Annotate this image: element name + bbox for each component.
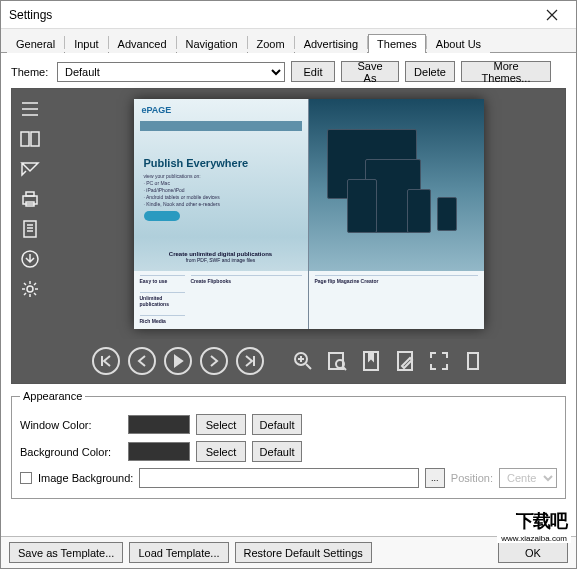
window-color-swatch[interactable]	[128, 415, 190, 434]
menu-icon[interactable]	[18, 99, 42, 119]
print-icon[interactable]	[18, 189, 42, 209]
save-as-button[interactable]: Save As	[341, 61, 399, 82]
search-icon[interactable]	[324, 347, 350, 375]
singlepage-icon[interactable]	[460, 347, 486, 375]
edit-icon[interactable]	[392, 347, 418, 375]
preview-lower: Easy to use Unlimited publications Rich …	[134, 271, 308, 329]
close-button[interactable]	[532, 3, 572, 27]
preview-headline: Publish Everywhere	[144, 157, 249, 169]
theme-preview: ePAGE Publish Everywhere view your publi…	[11, 88, 566, 384]
svg-point-7	[27, 286, 33, 292]
image-background-label: Image Background:	[38, 472, 133, 484]
load-template-button[interactable]: Load Template...	[129, 542, 228, 563]
position-label: Position:	[451, 472, 493, 484]
tab-zoom[interactable]: Zoom	[248, 34, 294, 53]
fullscreen-icon[interactable]	[426, 347, 452, 375]
svg-rect-3	[26, 192, 34, 196]
theme-label: Theme:	[11, 66, 51, 78]
image-background-checkbox[interactable]	[20, 472, 32, 484]
image-background-path[interactable]	[139, 468, 418, 488]
image-background-row: Image Background: ... Position: Center	[20, 468, 557, 488]
background-color-swatch[interactable]	[128, 442, 190, 461]
tab-bar: General Input Advanced Navigation Zoom A…	[1, 29, 576, 53]
browse-button[interactable]: ...	[425, 468, 445, 488]
delete-button[interactable]: Delete	[405, 61, 455, 82]
flipbook-preview: ePAGE Publish Everywhere view your publi…	[134, 99, 484, 329]
thumbnails-icon[interactable]	[18, 129, 42, 149]
svg-rect-1	[31, 132, 39, 146]
svg-rect-2	[23, 196, 37, 204]
settings-icon[interactable]	[18, 279, 42, 299]
tab-advanced[interactable]: Advanced	[109, 34, 176, 53]
preview-lower-r: Page flip Magazine Creator	[309, 271, 484, 329]
settings-window: Settings General Input Advanced Navigati…	[0, 0, 577, 569]
save-template-button[interactable]: Save as Template...	[9, 542, 123, 563]
tab-navigation[interactable]: Navigation	[177, 34, 247, 53]
appearance-group: Appearance Window Color: Select Default …	[11, 390, 566, 499]
window-color-select-button[interactable]: Select	[196, 414, 246, 435]
share-icon[interactable]	[18, 159, 42, 179]
more-themes-button[interactable]: More Themes...	[461, 61, 551, 82]
download-icon[interactable]	[18, 249, 42, 269]
preview-nav	[140, 121, 302, 131]
play-button[interactable]	[164, 347, 192, 375]
background-color-row: Background Color: Select Default	[20, 441, 557, 462]
edit-button[interactable]: Edit	[291, 61, 335, 82]
preview-left-page: ePAGE Publish Everywhere view your publi…	[134, 99, 309, 329]
document-icon[interactable]	[18, 219, 42, 239]
first-page-button[interactable]	[92, 347, 120, 375]
tab-input[interactable]: Input	[65, 34, 107, 53]
ok-button[interactable]: OK	[498, 542, 568, 563]
svg-rect-13	[468, 353, 478, 369]
preview-pages: ePAGE Publish Everywhere view your publi…	[52, 89, 565, 339]
theme-row: Theme: Default Edit Save As Delete More …	[11, 61, 566, 82]
window-title: Settings	[9, 8, 532, 22]
watermark-url: www.xiazaiba.com	[497, 534, 571, 543]
background-color-label: Background Color:	[20, 446, 122, 458]
preview-cta	[144, 211, 180, 221]
background-color-default-button[interactable]: Default	[252, 441, 302, 462]
appearance-legend: Appearance	[20, 390, 85, 402]
preview-caption: Create unlimited digital publications fr…	[134, 251, 308, 263]
position-select: Center	[499, 468, 557, 488]
prev-page-button[interactable]	[128, 347, 156, 375]
tab-themes[interactable]: Themes	[368, 34, 426, 53]
next-page-button[interactable]	[200, 347, 228, 375]
bookmark-icon[interactable]	[358, 347, 384, 375]
bottom-bar: Save as Template... Load Template... Res…	[1, 536, 576, 568]
tab-general[interactable]: General	[7, 34, 64, 53]
preview-controls	[12, 339, 565, 383]
preview-right-page: Page flip Magazine Creator	[309, 99, 484, 329]
window-color-row: Window Color: Select Default	[20, 414, 557, 435]
window-color-default-button[interactable]: Default	[252, 414, 302, 435]
tab-about[interactable]: About Us	[427, 34, 490, 53]
titlebar: Settings	[1, 1, 576, 29]
restore-defaults-button[interactable]: Restore Default Settings	[235, 542, 372, 563]
preview-sidebar	[12, 89, 52, 339]
zoom-in-icon[interactable]	[290, 347, 316, 375]
preview-subtext: view your publications on: · PC or Mac ·…	[144, 173, 220, 208]
background-color-select-button[interactable]: Select	[196, 441, 246, 462]
watermark-logo: 下载吧	[512, 509, 571, 533]
tab-advertising[interactable]: Advertising	[295, 34, 367, 53]
svg-rect-5	[24, 221, 36, 237]
svg-rect-0	[21, 132, 29, 146]
preview-logo: ePAGE	[142, 105, 172, 115]
window-color-label: Window Color:	[20, 419, 122, 431]
themes-panel: Theme: Default Edit Save As Delete More …	[1, 53, 576, 536]
last-page-button[interactable]	[236, 347, 264, 375]
theme-select[interactable]: Default	[57, 62, 285, 82]
